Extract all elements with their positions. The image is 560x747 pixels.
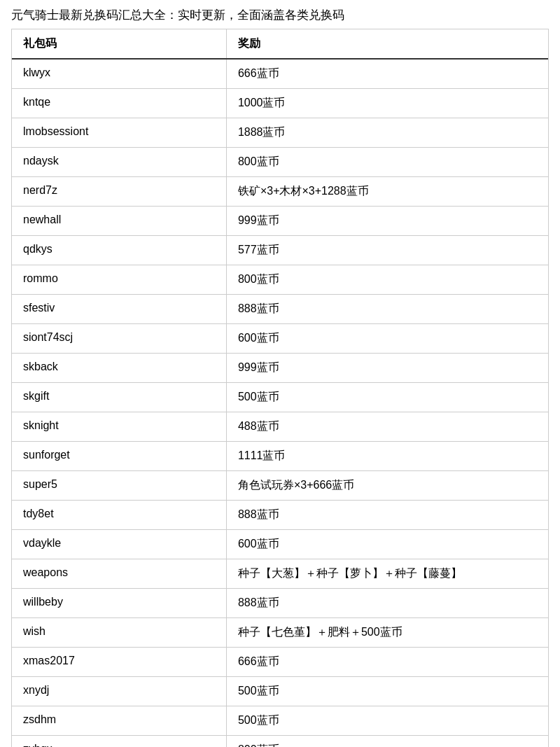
cell-code: zybgx (12, 736, 226, 748)
cell-code: xnydj (12, 677, 226, 706)
header-reward: 奖励 (226, 29, 548, 59)
table-row: lmobsessiont1888蓝币 (12, 118, 548, 148)
table-row: vdaykle600蓝币 (12, 530, 548, 559)
cell-code: sunforget (12, 442, 226, 471)
page-title: 元气骑士最新兑换码汇总大全：实时更新，全面涵盖各类兑换码 (0, 0, 560, 29)
table-row: sfestiv888蓝币 (12, 295, 548, 324)
table-row: qdkys577蓝币 (12, 236, 548, 265)
table-row: zybgx800蓝币 (12, 736, 548, 748)
cell-reward: 800蓝币 (226, 148, 548, 177)
table-row: ndaysk800蓝币 (12, 148, 548, 177)
cell-code: sfestiv (12, 295, 226, 324)
table-row: weapons种子【大葱】＋种子【萝卜】＋种子【藤蔓】 (12, 559, 548, 589)
cell-code: nerd7z (12, 177, 226, 207)
cell-reward: 500蓝币 (226, 706, 548, 736)
cell-reward: 800蓝币 (226, 736, 548, 748)
cell-reward: 1888蓝币 (226, 118, 548, 148)
table-row: nerd7z铁矿×3+木材×3+1288蓝币 (12, 177, 548, 207)
cell-code: ndaysk (12, 148, 226, 177)
table-row: xmas2017666蓝币 (12, 648, 548, 677)
cell-code: super5 (12, 471, 226, 501)
table-body: klwyx666蓝币kntqe1000蓝币lmobsessiont1888蓝币n… (12, 59, 548, 747)
cell-reward: 600蓝币 (226, 324, 548, 354)
table-header: 礼包码 奖励 (12, 29, 548, 59)
cell-reward: 铁矿×3+木材×3+1288蓝币 (226, 177, 548, 207)
cell-code: weapons (12, 559, 226, 589)
cell-code: vdaykle (12, 530, 226, 559)
redemption-table: 礼包码 奖励 klwyx666蓝币kntqe1000蓝币lmobsessiont… (12, 29, 548, 747)
cell-reward: 1000蓝币 (226, 89, 548, 118)
cell-reward: 999蓝币 (226, 354, 548, 383)
table-row: xnydj500蓝币 (12, 677, 548, 706)
cell-reward: 种子【七色堇】＋肥料＋500蓝币 (226, 618, 548, 648)
redemption-table-container: 礼包码 奖励 klwyx666蓝币kntqe1000蓝币lmobsessiont… (11, 29, 549, 747)
cell-reward: 577蓝币 (226, 236, 548, 265)
cell-code: rommo (12, 265, 226, 295)
cell-reward: 800蓝币 (226, 265, 548, 295)
cell-code: lmobsessiont (12, 118, 226, 148)
cell-reward: 999蓝币 (226, 207, 548, 236)
table-row: skback999蓝币 (12, 354, 548, 383)
table-row: tdy8et888蓝币 (12, 501, 548, 530)
cell-code: tdy8et (12, 501, 226, 530)
table-row: klwyx666蓝币 (12, 59, 548, 89)
cell-code: willbeby (12, 589, 226, 618)
cell-reward: 500蓝币 (226, 677, 548, 706)
cell-reward: 600蓝币 (226, 530, 548, 559)
cell-reward: 888蓝币 (226, 501, 548, 530)
cell-code: qdkys (12, 236, 226, 265)
cell-reward: 种子【大葱】＋种子【萝卜】＋种子【藤蔓】 (226, 559, 548, 589)
table-row: skgift500蓝币 (12, 383, 548, 412)
cell-code: klwyx (12, 59, 226, 89)
cell-code: skback (12, 354, 226, 383)
cell-code: zsdhm (12, 706, 226, 736)
cell-code: sknight (12, 412, 226, 442)
cell-code: kntqe (12, 89, 226, 118)
table-row: siont74scj600蓝币 (12, 324, 548, 354)
cell-reward: 500蓝币 (226, 383, 548, 412)
cell-reward: 1111蓝币 (226, 442, 548, 471)
table-row: zsdhm500蓝币 (12, 706, 548, 736)
cell-reward: 888蓝币 (226, 589, 548, 618)
cell-code: newhall (12, 207, 226, 236)
table-row: newhall999蓝币 (12, 207, 548, 236)
cell-reward: 角色试玩券×3+666蓝币 (226, 471, 548, 501)
cell-code: skgift (12, 383, 226, 412)
cell-reward: 666蓝币 (226, 648, 548, 677)
cell-code: xmas2017 (12, 648, 226, 677)
cell-reward: 666蓝币 (226, 59, 548, 89)
table-row: wish种子【七色堇】＋肥料＋500蓝币 (12, 618, 548, 648)
table-row: willbeby888蓝币 (12, 589, 548, 618)
table-row: sknight488蓝币 (12, 412, 548, 442)
table-row: rommo800蓝币 (12, 265, 548, 295)
header-code: 礼包码 (12, 29, 226, 59)
cell-reward: 888蓝币 (226, 295, 548, 324)
cell-reward: 488蓝币 (226, 412, 548, 442)
cell-code: wish (12, 618, 226, 648)
table-row: sunforget1111蓝币 (12, 442, 548, 471)
table-row: super5角色试玩券×3+666蓝币 (12, 471, 548, 501)
cell-code: siont74scj (12, 324, 226, 354)
table-row: kntqe1000蓝币 (12, 89, 548, 118)
